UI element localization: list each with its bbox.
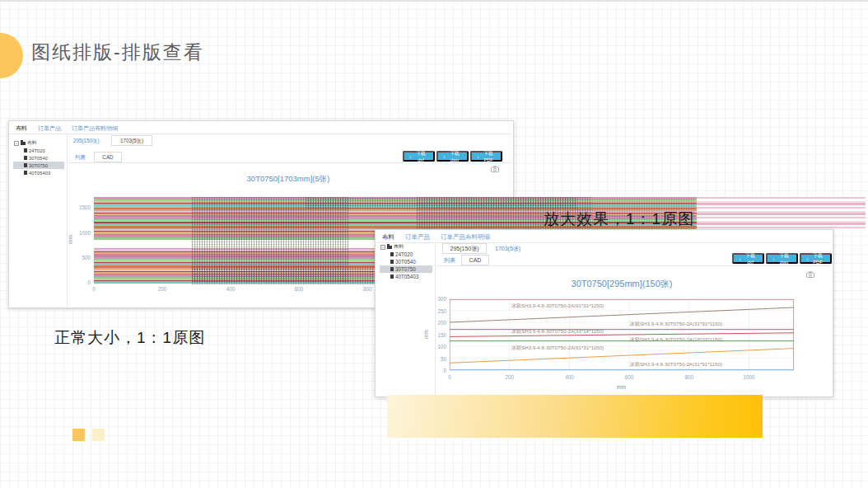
download-icon: ↓ (409, 154, 412, 159)
accent-circle (0, 33, 23, 78)
x-tick: 600 (295, 286, 304, 292)
download-icon: ↓ (806, 256, 809, 261)
part-label: 冰箱SH3.9-4.8-30T0750-2A(31*91*1150) (630, 321, 722, 328)
nav-divider (9, 134, 511, 134)
top-nav: 布料 订单产品 订单产品布料明细 (9, 124, 118, 133)
fabric-tree: −布料24T02030T054030T075040T05403 (380, 243, 432, 280)
tree-item-24T020[interactable]: 24T020 (13, 147, 64, 154)
page-title: 图纸排版-排版查看 (31, 40, 204, 65)
nav-tab-order-product[interactable]: 订单产品 (405, 233, 430, 242)
y-axis-label: mm (423, 330, 429, 339)
size-tab-295-active[interactable]: 295(150张) (442, 243, 487, 254)
view-tab-cad-active[interactable]: CAD (461, 255, 489, 265)
tree-item-30T0540[interactable]: 30T0540 (13, 154, 64, 162)
x-tick: 600 (625, 374, 634, 380)
download-dwg-button[interactable]: ↓ 下载dwg (436, 151, 469, 162)
x-tick: 200 (505, 374, 514, 380)
caption-zoomed: 放大效果，1：1原图 (544, 209, 694, 230)
nav-tab-order-product[interactable]: 订单产品 (38, 124, 61, 133)
tree-root[interactable]: −布料 (13, 139, 64, 147)
file-icon (390, 274, 394, 279)
tree-root[interactable]: −布料 (380, 243, 432, 251)
y-tick: 1000 (79, 229, 91, 235)
x-axis-label: mm (617, 384, 626, 390)
decorative-square-light (92, 429, 105, 441)
zoomed-chart-canvas (450, 298, 794, 370)
y-tick: 0 (443, 368, 446, 373)
size-tab-1703-active[interactable]: 1703(5张) (111, 135, 152, 146)
file-icon (24, 148, 27, 152)
view-tab-cad-active[interactable]: CAD (94, 152, 122, 162)
part-label: 冰箱SH3.9-4.8-30T0750-2A(91*31*1150) (511, 303, 604, 310)
tree-item-40T05403[interactable]: 40T05403 (380, 273, 432, 280)
download-pdf-button[interactable]: ↓ 下载PDF (470, 151, 502, 162)
part-label: 冰箱SH3.9-4.8-30T0750-2A(18*33*1150) (630, 336, 722, 343)
file-icon (390, 252, 394, 256)
tree-item-30T0540[interactable]: 30T0540 (380, 258, 432, 265)
file-icon (24, 171, 27, 175)
tree-item-30T0750[interactable]: 30T0750 (380, 265, 432, 273)
camera-icon[interactable] (491, 166, 499, 172)
y-tick: 150 (437, 331, 446, 337)
x-tick: 400 (226, 286, 236, 292)
y-tick: 100 (437, 344, 446, 350)
material-strip-overflow (697, 197, 866, 229)
layout-chart-zoomed: 冰箱SH3.9-4.8-30T0750-2A(91*31*1150)冰箱SH3.… (450, 298, 794, 370)
part-label: 冰箱SH3.9-4.8-30T0750-2A(33*18*1150) (511, 328, 604, 336)
folder-icon (21, 142, 26, 146)
download-icon: ↓ (772, 256, 775, 261)
tree-divider (435, 243, 436, 396)
camera-icon[interactable] (806, 271, 814, 278)
y-tick: 250 (437, 307, 446, 313)
dense-part-labels (306, 197, 577, 209)
cut-line-cut-red (450, 333, 794, 337)
x-tick: 0 (448, 374, 451, 380)
y-tick: 300 (437, 296, 446, 302)
file-icon (390, 260, 394, 264)
slide: 图纸排版-排版查看 布料 订单产品 订单产品布料明细 −布料24T02030T0… (0, 0, 868, 488)
download-pdf-button[interactable]: ↓ 下载PDF (800, 253, 832, 264)
y-axis-label: mm (68, 235, 73, 244)
collapse-icon[interactable]: − (14, 141, 19, 146)
download-icon: ↓ (443, 154, 446, 159)
cut-line-cut-diagonal-upper (450, 307, 794, 322)
tree-item-40T05403[interactable]: 40T05403 (13, 169, 64, 176)
download-icon: ↓ (739, 256, 741, 261)
part-label: 冰箱SH3.9-4.8-30T0750-2A(91*31*1150) (511, 345, 604, 352)
nav-tab-order-product-fabric-detail[interactable]: 订单产品布料明细 (72, 124, 118, 133)
y-tick: 50 (441, 355, 446, 361)
top-nav: 布料 订单产品 订单产品布料明细 (376, 233, 490, 242)
x-tick: 0 (92, 286, 96, 292)
download-dwg-button[interactable]: ↓ 下载dwg (766, 253, 798, 264)
file-icon (24, 156, 27, 160)
tree-divider (67, 134, 68, 307)
x-tick: 400 (565, 374, 574, 380)
nav-tab-fabric[interactable]: 布料 (16, 124, 27, 133)
download-dxf-button[interactable]: ↓ 下载dxf (403, 151, 435, 162)
chart1-title: 30T0750[1703mm](5张) (94, 174, 483, 185)
file-icon (390, 267, 394, 271)
folder-icon (387, 246, 392, 250)
tab-header-divider (436, 265, 831, 266)
decorative-square-solid (72, 429, 85, 441)
y-tick: 500 (82, 254, 91, 260)
size-tab-1703[interactable]: 1703(5张) (495, 244, 520, 255)
fabric-tree: −布料24T02030T054030T075040T05403 (13, 139, 64, 176)
x-tick: 200 (158, 286, 167, 292)
tree-item-30T0750[interactable]: 30T0750 (13, 162, 64, 169)
collapse-icon[interactable]: − (380, 245, 385, 250)
caption-normal: 正常大小，1：1原图 (54, 327, 205, 349)
decorative-gradient-bar (387, 395, 763, 438)
size-tab-295[interactable]: 295(150张) (73, 136, 100, 147)
download-icon: ↓ (477, 154, 479, 159)
nav-tab-fabric[interactable]: 布料 (382, 233, 394, 242)
y-tick: 1500 (79, 204, 91, 210)
cut-line-cut-orange (450, 349, 794, 364)
x-tick: 800 (685, 374, 694, 380)
nav-tab-order-product-fabric-detail[interactable]: 订单产品布料明细 (441, 233, 490, 242)
download-dxf-button[interactable]: ↓ 下载dxf (732, 253, 764, 264)
x-tick: 800 (363, 286, 372, 292)
part-label: 冰箱SH3.9-4.8-30T0750-2A(31*91*1150) (630, 361, 722, 368)
tree-item-24T020[interactable]: 24T020 (380, 251, 432, 258)
tab-header-divider (68, 162, 511, 163)
